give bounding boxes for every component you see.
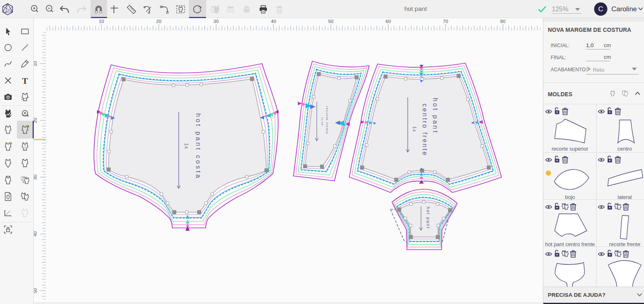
svg-text:T: T [22, 76, 28, 86]
svg-text:hot pant: hot pant [432, 98, 439, 134]
svg-text:1x: 1x [184, 143, 189, 149]
svg-text:recorte frente: recorte frente [325, 106, 329, 134]
svg-text:1x: 1x [412, 126, 417, 132]
svg-text:1x pm: 1x pm [321, 117, 324, 126]
svg-text:centro frente: centro frente [421, 103, 428, 156]
svg-text:hot pant: hot pant [426, 207, 431, 229]
svg-text:hot pant costa: hot pant costa [195, 114, 202, 180]
